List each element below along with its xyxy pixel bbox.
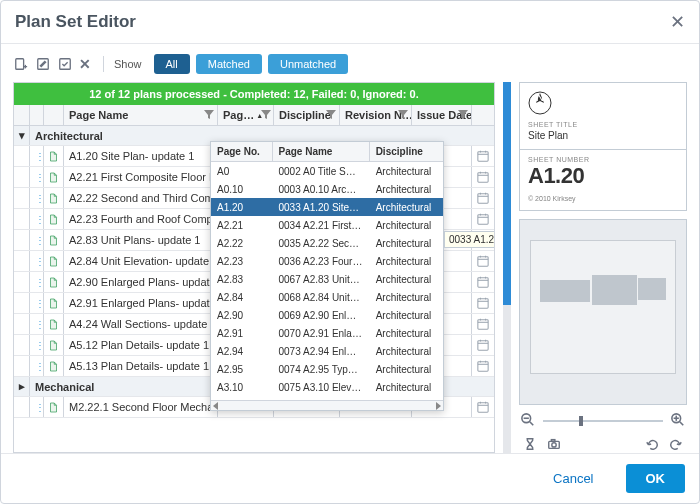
calendar-icon[interactable] [472,397,494,417]
calendar-icon[interactable] [472,146,494,166]
dropdown-row[interactable]: A2.840068 A2.84 Unit…Architectural [211,288,443,306]
dropdown-row[interactable]: A0.100003 A0.10 Arc…Architectural [211,180,443,198]
page-name-cell: A1.20 Site Plan- update 1 [64,146,218,166]
drag-handle-icon[interactable]: ⋮⋮ [30,167,44,187]
camera-icon[interactable] [547,437,561,453]
calendar-icon[interactable] [472,251,494,271]
filter-unmatched-button[interactable]: Unmatched [268,54,348,74]
north-arrow-icon: N [528,91,552,115]
zoom-slider[interactable] [543,420,663,422]
document-icon [44,335,64,355]
calendar-icon[interactable] [472,167,494,187]
close-icon[interactable]: ✕ [670,11,685,33]
calendar-icon[interactable] [472,293,494,313]
document-icon [44,314,64,334]
clear-icon[interactable]: ✕ [79,56,91,72]
document-icon [44,146,64,166]
dropdown-row[interactable]: A2.940073 A2.94 Enl…Architectural [211,342,443,360]
plan-thumbnail[interactable] [519,219,687,405]
page-name-cell: A5.12 Plan Details- update 1 [64,335,218,355]
dropdown-row[interactable]: A2.900069 A2.90 Enl…Architectural [211,306,443,324]
drag-handle-icon[interactable]: ⋮⋮ [30,397,44,417]
toolbar: ✕ Show All Matched Unmatched [13,54,687,74]
page-name-cell: A2.22 Second and Third Composite [64,188,218,208]
svg-rect-25 [478,257,488,266]
drag-handle-icon[interactable]: ⋮⋮ [30,272,44,292]
page-lookup-dropdown[interactable]: Page No. Page Name Discipline A00002 A0 … [210,141,444,411]
dropdown-row[interactable]: A2.830067 A2.83 Unit…Architectural [211,270,443,288]
zoom-out-icon[interactable] [521,413,535,429]
column-discipline[interactable]: Discipline [274,105,340,125]
svg-rect-41 [478,341,488,350]
document-icon [44,251,64,271]
sheet-number-label: SHEET NUMBER [528,156,678,163]
cancel-button[interactable]: Cancel [533,464,613,493]
svg-rect-49 [478,403,488,412]
column-issue-date[interactable]: Issue Date [412,105,472,125]
thumbnail-tools [519,437,687,453]
dropdown-row[interactable]: A2.210034 A2.21 First…Architectural [211,216,443,234]
dd-header-page-name: Page Name [273,142,370,161]
drag-handle-icon[interactable]: ⋮⋮ [30,293,44,313]
expand-icon[interactable]: ▾ [14,126,30,145]
vertical-scrollbar[interactable] [503,82,511,453]
status-bar: 12 of 12 plans processed - Completed: 12… [14,83,494,105]
sheet-number-value: A1.20 [528,163,678,189]
drag-handle-icon[interactable]: ⋮⋮ [30,188,44,208]
calendar-icon[interactable] [472,209,494,229]
drag-handle-icon[interactable]: ⋮⋮ [30,251,44,271]
svg-rect-45 [478,362,488,371]
zoom-in-icon[interactable] [671,413,685,429]
expand-icon[interactable]: ▸ [14,377,30,396]
calendar-icon[interactable] [472,272,494,292]
plan-set-editor-dialog: Plan Set Editor ✕ ✕ Show All Matched Unm… [0,0,700,504]
dialog-title: Plan Set Editor [15,12,136,32]
page-name-cell: A2.23 Fourth and Roof Composite [64,209,218,229]
drag-handle-icon[interactable]: ⋮⋮ [30,209,44,229]
calendar-icon[interactable] [472,314,494,334]
document-icon [44,167,64,187]
drag-handle-icon[interactable]: ⋮⋮ [30,230,44,250]
dd-header-discipline: Discipline [370,142,443,161]
calendar-icon[interactable] [472,335,494,355]
dialog-footer: Cancel OK [1,453,699,503]
tooltip: 0033 A1.20 Site Plan [444,231,495,248]
dropdown-row[interactable]: A00002 A0 Title S…Architectural [211,162,443,180]
calendar-icon[interactable] [472,356,494,376]
page-name-cell: A2.90 Enlarged Plans- update 1 [64,272,218,292]
redo-icon[interactable] [669,437,683,453]
svg-rect-37 [478,320,488,329]
dropdown-row[interactable]: A3.100075 A3.10 Elev…Architectural [211,378,443,396]
dropdown-row[interactable]: A2.910070 A2.91 Enla…Architectural [211,324,443,342]
filter-all-button[interactable]: All [154,54,190,74]
dropdown-row[interactable]: A2.230036 A2.23 Four…Architectural [211,252,443,270]
dropdown-row[interactable]: A2.220035 A2.22 Sec…Architectural [211,234,443,252]
preview-panel: N SHEET TITLE Site Plan SHEET NUMBER A1.… [519,82,687,453]
edit-icon[interactable] [35,56,51,72]
page-name-cell: A2.83 Unit Plans- update 1 [64,230,218,250]
svg-rect-17 [478,215,488,224]
svg-rect-33 [478,299,488,308]
drag-handle-icon[interactable]: ⋮⋮ [30,335,44,355]
document-icon [44,230,64,250]
column-page-name[interactable]: Page Name [64,105,218,125]
filter-matched-button[interactable]: Matched [196,54,262,74]
timer-icon[interactable] [523,437,537,453]
dropdown-row[interactable]: A1.200033 A1.20 Site…Architectural [211,198,443,216]
ok-button[interactable]: OK [626,464,686,493]
plans-grid: 12 of 12 plans processed - Completed: 12… [13,82,495,453]
column-revision[interactable]: Revision N… [340,105,412,125]
dropdown-row[interactable]: A2.950074 A2.95 Typ…Architectural [211,360,443,378]
check-icon[interactable] [57,56,73,72]
column-page-no[interactable]: Pag…▲ [218,105,274,125]
drag-handle-icon[interactable]: ⋮⋮ [30,314,44,334]
dd-horizontal-scrollbar[interactable] [211,400,443,410]
svg-line-59 [680,422,684,426]
page-name-cell: A2.21 First Composite Floor Plan [64,167,218,187]
document-icon [44,397,64,417]
calendar-icon[interactable] [472,188,494,208]
drag-handle-icon[interactable]: ⋮⋮ [30,356,44,376]
add-page-icon[interactable] [13,56,29,72]
undo-icon[interactable] [645,437,659,453]
drag-handle-icon[interactable]: ⋮⋮ [30,146,44,166]
